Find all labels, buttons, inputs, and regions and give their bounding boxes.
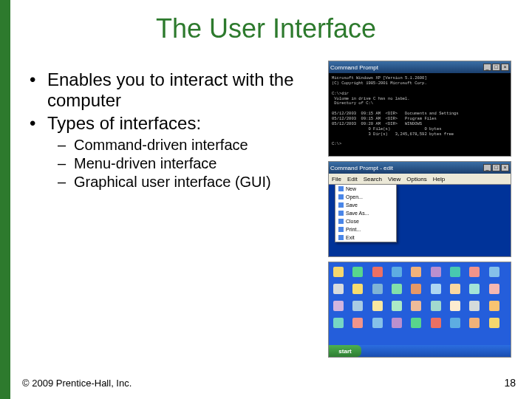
menu-title-text: Command Prompt - edit: [330, 165, 393, 171]
desktop-icon: [431, 301, 441, 311]
desktop-icon: [392, 284, 402, 294]
file-icon: [338, 186, 344, 191]
body-text: • Enables you to interact with the compu…: [30, 66, 296, 192]
bullet-dot: •: [30, 69, 47, 110]
close-icon: ×: [501, 164, 509, 171]
desktop-icon: [372, 301, 383, 311]
maximize-icon: □: [492, 64, 500, 71]
bullet-item: • Enables you to interact with the compu…: [30, 69, 296, 110]
gui-desktop: start: [328, 262, 511, 358]
desktop-icon: [333, 318, 344, 328]
desktop-icon: [411, 318, 421, 328]
menu-window: Command Prompt - edit _ □ × File Edit Se…: [328, 161, 511, 257]
desktop-icon: [411, 267, 421, 277]
menu-item: Search: [364, 176, 382, 183]
file-icon: [338, 202, 344, 208]
desktop-icon: [450, 284, 460, 294]
desktop-icon: [469, 301, 480, 311]
file-icon: [338, 211, 344, 216]
desktop-icon: [411, 301, 421, 311]
window-buttons: _ □ ×: [483, 164, 509, 171]
desktop-icon: [431, 267, 441, 277]
bullet-text: Enables you to interact with the compute…: [47, 69, 296, 110]
desktop-icons: [333, 267, 506, 344]
sub-bullet-item: – Graphical user interface (GUI): [58, 174, 296, 191]
dropdown-menu: New Open... Save Save As... Close Print.…: [335, 184, 397, 242]
desktop-icon: [411, 284, 421, 294]
window-buttons: _ □ ×: [483, 64, 509, 71]
desktop-icon: [469, 284, 480, 294]
desktop-icon: [372, 318, 383, 328]
menu-item: Options: [406, 176, 427, 183]
close-icon: ×: [501, 64, 509, 71]
start-button: start: [329, 345, 361, 357]
cmd-output: Microsoft Windows XP [Version 5.1.2600] …: [329, 73, 511, 150]
dropdown-item: Close: [335, 217, 396, 225]
file-icon: [338, 194, 344, 200]
desktop-icon: [333, 301, 344, 311]
menu-titlebar: Command Prompt - edit _ □ ×: [329, 162, 511, 174]
dropdown-item: Open...: [335, 193, 396, 201]
desktop-icon: [450, 267, 460, 277]
sub-bullet-item: – Command-driven interface: [58, 137, 296, 154]
menu-bar: File Edit Search View Options Help: [329, 174, 511, 185]
sub-bullet-text: Graphical user interface (GUI): [74, 174, 271, 191]
desktop-icon: [333, 267, 344, 277]
desktop-icon: [352, 301, 363, 311]
menu-item: File: [332, 176, 341, 183]
dropdown-item: Print...: [335, 225, 396, 233]
bullet-dash: –: [58, 174, 74, 191]
taskbar: start: [329, 345, 511, 357]
desktop-icon: [450, 301, 460, 311]
desktop-icon: [372, 284, 383, 294]
sub-bullet-item: – Menu-driven interface: [58, 155, 296, 172]
desktop-icon: [431, 284, 441, 294]
menu-item: Edit: [347, 176, 358, 183]
slide-title: The User Interface: [0, 13, 532, 44]
minimize-icon: _: [483, 164, 491, 171]
image-column: Command Prompt _ □ × Microsoft Windows X…: [328, 61, 511, 358]
desktop-icon: [352, 284, 363, 294]
maximize-icon: □: [492, 164, 500, 171]
bullet-item: • Types of interfaces:: [30, 113, 296, 134]
image-command-prompt: Command Prompt _ □ × Microsoft Windows X…: [328, 61, 511, 157]
desktop-icon: [489, 318, 499, 328]
desktop-icon: [392, 318, 402, 328]
desktop-icon: [489, 301, 499, 311]
bullet-dash: –: [58, 155, 74, 172]
minimize-icon: _: [483, 64, 491, 71]
file-icon: [338, 235, 344, 240]
dropdown-item: Save As...: [335, 209, 396, 217]
desktop-icon: [469, 318, 480, 328]
desktop-icon: [469, 267, 480, 277]
menu-item: Help: [433, 176, 445, 183]
desktop-icon: [352, 318, 363, 328]
sub-bullet-text: Command-driven interface: [74, 137, 248, 154]
desktop-icon: [489, 284, 499, 294]
page-number: 18: [504, 377, 516, 389]
image-menu-driven: Command Prompt - edit _ □ × File Edit Se…: [328, 161, 511, 257]
desktop-icon: [489, 267, 499, 277]
menu-item: View: [388, 176, 400, 183]
slide: The User Interface • Enables you to inte…: [0, 0, 532, 399]
file-icon: [338, 219, 344, 224]
desktop-icon: [431, 318, 441, 328]
image-gui-desktop: start: [328, 262, 511, 358]
bullet-dot: •: [30, 113, 47, 134]
cmd-title-text: Command Prompt: [330, 64, 378, 71]
cmd-titlebar: Command Prompt _ □ ×: [329, 61, 511, 73]
desktop-icon: [392, 267, 402, 277]
sub-bullet-text: Menu-driven interface: [74, 155, 216, 172]
desktop-icon: [392, 301, 402, 311]
dropdown-item: New: [335, 185, 396, 193]
accent-bar: [0, 0, 10, 399]
copyright-footer: © 2009 Prentice-Hall, Inc.: [22, 378, 132, 389]
desktop-icon: [450, 318, 460, 328]
desktop-icon: [333, 284, 344, 294]
dropdown-item: Exit: [335, 233, 396, 242]
bullet-text: Types of interfaces:: [47, 113, 201, 134]
desktop-icon: [352, 267, 363, 277]
bullet-dash: –: [58, 137, 74, 154]
cmd-window: Command Prompt _ □ × Microsoft Windows X…: [328, 61, 511, 157]
desktop-icon: [372, 267, 383, 277]
